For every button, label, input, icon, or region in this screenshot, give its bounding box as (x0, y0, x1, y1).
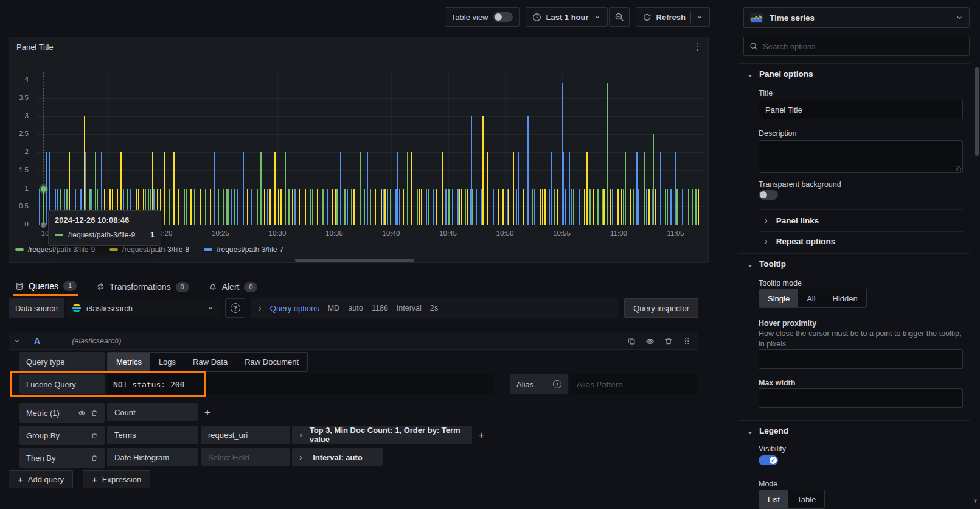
panel-options-section-header[interactable]: ⌄ Panel options (747, 69, 813, 79)
panel-title-input[interactable] (759, 100, 963, 119)
tab-alert[interactable]: Alert 0 (207, 278, 260, 296)
legend-item[interactable]: /request/path-3/file-9 (15, 245, 95, 254)
group-by-settings-toggle[interactable]: › Top 3, Min Doc Count: 1, Order by: Ter… (292, 426, 472, 444)
then-by-settings-toggle[interactable]: › Interval: auto (292, 448, 383, 466)
options-search-input[interactable] (763, 42, 964, 51)
legend-mode-table[interactable]: Table (788, 490, 824, 508)
scrollbar-down-arrow-icon[interactable]: ▼ (973, 498, 978, 504)
zoom-out-button[interactable] (609, 7, 630, 27)
query-type-segmented: Metrics Logs Raw Data Raw Document (107, 352, 308, 372)
series-bar (234, 189, 235, 225)
plus-icon: + (18, 474, 23, 485)
hover-proximity-input[interactable] (759, 349, 963, 369)
y-tick-label: 1 (25, 184, 29, 192)
legend-section-header[interactable]: ⌄ Legend (747, 426, 788, 435)
refresh-button[interactable]: Refresh (636, 7, 710, 27)
resize-corner-icon[interactable] (956, 166, 961, 171)
legend-visibility-toggle[interactable]: ✓ (759, 455, 778, 465)
chevron-down-icon[interactable] (696, 13, 703, 21)
description-textarea[interactable] (759, 140, 963, 173)
legend-mode-list[interactable]: List (759, 490, 788, 508)
delete-query-trash-icon[interactable] (664, 337, 673, 345)
expression-button[interactable]: + Expression (83, 470, 150, 488)
legend-visibility-label: Visibility (759, 444, 786, 453)
series-bar (327, 189, 328, 225)
options-search[interactable] (743, 37, 970, 56)
sidebar-scrollbar-thumb[interactable] (975, 67, 979, 156)
series-bar (523, 189, 524, 225)
tooltip-mode-all[interactable]: All (798, 289, 824, 307)
gridline-h (37, 116, 704, 117)
group-by-agg-select[interactable]: Terms (107, 426, 198, 444)
max-width-input[interactable] (759, 388, 963, 408)
elasticsearch-logo-icon (72, 303, 82, 313)
series-bar (299, 189, 300, 225)
query-options-toggle[interactable]: Query options (270, 304, 319, 313)
options-pane: Time series ⌄ Panel options Title Descri… (743, 0, 970, 509)
series-bar (433, 189, 434, 225)
table-view-toggle[interactable] (493, 12, 513, 22)
chevron-down-icon[interactable] (13, 337, 21, 345)
visualization-picker[interactable]: Time series (743, 7, 970, 28)
time-range-picker[interactable]: Last 1 hour (526, 7, 608, 27)
series-bar (280, 189, 282, 225)
duplicate-query-icon[interactable] (627, 337, 636, 345)
query-type-logs[interactable]: Logs (150, 353, 184, 371)
query-type-metrics[interactable]: Metrics (108, 353, 150, 371)
group-by-label: Group By (26, 431, 60, 440)
table-view-toggle-group[interactable]: Table view (445, 7, 520, 27)
sidebar-scrollbar-track[interactable] (975, 65, 979, 509)
datasource-picker[interactable]: elasticsearch (66, 298, 220, 318)
then-by-delete-trash-icon[interactable] (91, 454, 98, 462)
query-inspector-button[interactable]: Query inspector (624, 298, 698, 318)
add-metric-icon[interactable]: + (204, 407, 210, 418)
query-row-header[interactable]: A (elasticsearch) (9, 332, 698, 350)
metric-delete-trash-icon[interactable] (91, 409, 98, 417)
group-by-delete-trash-icon[interactable] (91, 432, 98, 440)
panel-links-section-header[interactable]: › Panel links (765, 216, 819, 225)
series-bar (569, 152, 570, 225)
query-type-raw-document[interactable]: Raw Document (236, 353, 307, 371)
metric-agg-select[interactable]: Count (107, 403, 198, 421)
group-by-field-select[interactable]: request_uri (201, 426, 290, 444)
datasource-help-button[interactable]: ? (225, 298, 245, 318)
pane-resize-handle[interactable] (295, 259, 414, 262)
tab-transformations[interactable]: Transformations 0 (94, 278, 191, 296)
timeseries-panel: Panel Title ⋮ 00.511.522.533.54 10:1010:… (9, 37, 709, 263)
x-tick-label: 10:55 (549, 230, 575, 237)
series-bar (493, 189, 494, 225)
legend-item[interactable]: /request/path-3/file-7 (204, 245, 283, 254)
query-type-raw-data[interactable]: Raw Data (184, 353, 236, 371)
plot-area[interactable] (37, 72, 704, 225)
add-query-button[interactable]: + Add query (9, 470, 73, 488)
series-bar (482, 116, 484, 225)
alias-pattern-input[interactable] (571, 374, 697, 394)
tooltip-mode-single[interactable]: Single (759, 289, 798, 307)
add-group-by-icon[interactable]: + (478, 430, 484, 440)
series-bar (407, 152, 408, 225)
then-by-field-select[interactable]: Select Field (201, 448, 290, 466)
lucene-query-input[interactable] (107, 374, 493, 394)
tooltip-section-header[interactable]: ⌄ Tooltip (747, 259, 786, 269)
then-by-agg-select[interactable]: Date Histogram (107, 448, 198, 466)
section-divider (738, 253, 970, 254)
drag-handle-grip-icon[interactable] (683, 337, 691, 345)
series-bar (317, 189, 318, 225)
hide-query-eye-icon[interactable] (645, 337, 655, 346)
metric-visibility-eye-icon[interactable] (78, 409, 86, 417)
table-view-label: Table view (451, 13, 488, 22)
series-bar (200, 189, 201, 225)
tooltip-mode-hidden[interactable]: Hidden (824, 289, 866, 307)
panel-menu-icon[interactable]: ⋮ (693, 41, 702, 52)
chevron-right-icon: › (299, 430, 302, 440)
repeat-options-section-header[interactable]: › Repeat options (765, 236, 835, 246)
series-bar (403, 189, 404, 225)
group-by-settings-summary: Top 3, Min Doc Count: 1, Order by: Term … (310, 426, 465, 444)
series-bar (399, 189, 400, 225)
legend-item[interactable]: /request/path-3/file-8 (109, 245, 189, 254)
pane-divider[interactable] (738, 0, 738, 509)
chevron-right-icon: › (259, 303, 262, 313)
tab-queries[interactable]: Queries 1 (13, 278, 78, 296)
transparent-background-toggle[interactable] (759, 190, 778, 200)
metric-label: Metric (1) (26, 409, 60, 418)
